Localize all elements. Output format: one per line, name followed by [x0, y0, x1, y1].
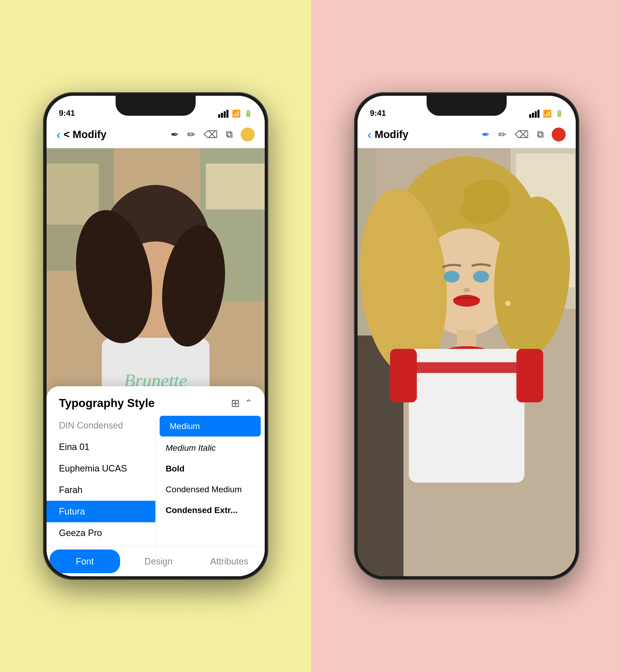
wifi-icon-right: 📶 — [543, 110, 552, 118]
eraser-icon-right[interactable]: ⌫ — [515, 129, 529, 140]
typography-panel: Typography Style ⊞ ⌃ DIN Condensed Eina … — [46, 386, 265, 576]
left-phone: 9:41 📶 🔋 ‹ < Modify — [43, 92, 268, 580]
tab-design[interactable]: Design — [123, 547, 194, 576]
nav-title-right: Modify — [375, 128, 408, 141]
font-item-euphemia[interactable]: Euphemia UCAS — [46, 458, 156, 479]
svg-rect-30 — [516, 349, 543, 403]
pen-icon-left[interactable]: ✒ — [171, 129, 179, 140]
eraser-icon-left[interactable]: ⌫ — [204, 129, 218, 140]
svg-point-24 — [463, 288, 470, 292]
photo-area-right — [357, 148, 576, 576]
layers-icon-left[interactable]: ⧉ — [226, 129, 233, 140]
grid-icon[interactable]: ⊞ — [231, 397, 240, 409]
nav-tools-right: ✒ ✏ ⌫ ⧉ — [482, 127, 566, 142]
style-item-condensed-extra[interactable]: Condensed Extr... — [156, 500, 265, 521]
svg-rect-29 — [390, 349, 417, 403]
color-dot-left[interactable] — [241, 127, 255, 142]
panel-header-icons: ⊞ ⌃ — [231, 397, 252, 409]
panel-title: Typography Style — [59, 396, 155, 410]
style-item-medium-italic[interactable]: Medium Italic — [156, 438, 265, 458]
chevron-up-icon[interactable]: ⌃ — [245, 398, 252, 408]
svg-rect-4 — [46, 163, 99, 225]
svg-rect-3 — [206, 163, 265, 209]
signal-icon-right — [529, 110, 540, 118]
nav-bar-right: ‹ Modify ✒ ✏ ⌫ ⧉ — [357, 121, 576, 148]
pen-icon-right[interactable]: ✒ — [482, 129, 490, 140]
svg-point-32 — [505, 301, 510, 306]
font-list: DIN Condensed Eina 01 Euphemia UCAS Fara… — [46, 415, 156, 560]
battery-icon-right: 🔋 — [555, 110, 563, 117]
status-icons-right: 📶 🔋 — [529, 110, 563, 118]
font-item-farah[interactable]: Farah — [46, 479, 156, 501]
left-panel: 9:41 📶 🔋 ‹ < Modify — [0, 0, 311, 672]
battery-icon-left: 🔋 — [244, 110, 252, 117]
back-button-right[interactable]: ‹ Modify — [368, 127, 482, 142]
signal-icon-left — [218, 110, 229, 118]
notch-left — [115, 96, 196, 116]
font-item-din[interactable]: DIN Condensed — [46, 415, 156, 436]
nav-tools-left: ✒ ✏ ⌫ ⧉ — [171, 127, 255, 142]
svg-point-22 — [443, 271, 459, 283]
font-item-geeza[interactable]: Geeza Pro — [46, 522, 156, 544]
svg-rect-31 — [409, 362, 524, 373]
nav-title-left: < Modify — [64, 128, 107, 141]
tab-attributes[interactable]: Attributes — [194, 547, 265, 576]
chevron-left-icon-right: ‹ — [368, 127, 372, 142]
right-panel: 9:41 📶 🔋 ‹ Modify — [311, 0, 622, 672]
font-style-container: DIN Condensed Eina 01 Euphemia UCAS Fara… — [46, 415, 265, 560]
back-button-left[interactable]: ‹ < Modify — [57, 127, 171, 142]
notch-right — [426, 96, 507, 116]
style-list: Medium Medium Italic Bold Condensed Medi… — [156, 415, 265, 560]
chevron-left-icon-left: ‹ — [57, 127, 61, 142]
left-phone-inner: 9:41 📶 🔋 ‹ < Modify — [46, 96, 265, 576]
pencil-icon-right[interactable]: ✏ — [498, 129, 507, 140]
pencil-icon-left[interactable]: ✏ — [187, 129, 196, 140]
status-icons-left: 📶 🔋 — [218, 110, 252, 118]
tab-font[interactable]: Font — [49, 550, 120, 573]
layers-icon-right[interactable]: ⧉ — [537, 129, 544, 140]
bg-scene-right — [357, 148, 576, 576]
svg-point-25 — [453, 295, 480, 306]
right-phone: 9:41 📶 🔋 ‹ Modify — [354, 92, 579, 580]
style-item-bold[interactable]: Bold — [156, 458, 265, 479]
wifi-icon-left: 📶 — [232, 110, 241, 118]
font-item-eina[interactable]: Eina 01 — [46, 436, 156, 458]
right-phone-inner: 9:41 📶 🔋 ‹ Modify — [357, 96, 576, 576]
style-item-condensed-medium[interactable]: Condensed Medium — [156, 479, 265, 500]
nav-bar-left: ‹ < Modify ✒ ✏ ⌫ ⧉ — [46, 121, 265, 148]
panel-header: Typography Style ⊞ ⌃ — [46, 386, 265, 415]
font-item-futura[interactable]: Futura — [46, 501, 156, 522]
bottom-tabs: Font Design Attributes — [46, 546, 265, 576]
svg-point-23 — [473, 271, 489, 283]
style-item-medium[interactable]: Medium — [160, 416, 261, 437]
color-dot-right[interactable] — [552, 127, 566, 142]
photo-bg-right — [357, 148, 576, 576]
